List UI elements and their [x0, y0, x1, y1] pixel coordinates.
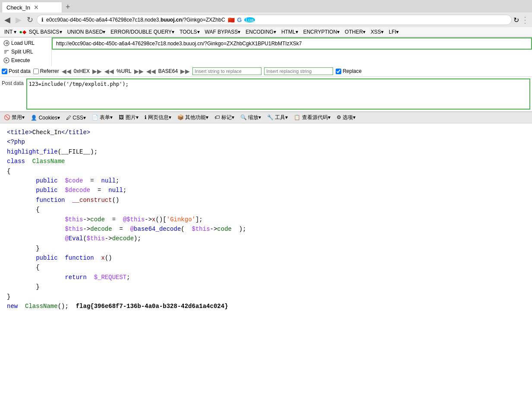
code-line-7: public $code = null; [7, 176, 525, 185]
ext-zoom-button[interactable]: 🔍 缩放▾ [238, 113, 263, 122]
code-line-15: } [7, 244, 525, 253]
referrer-text: Referrer [40, 68, 59, 74]
tb-waf-bypass[interactable]: WAF BYPASS▾ [202, 28, 243, 36]
nav-bar: ◀ ▶ ↻ ℹ e0cc90ac-d4bc-450c-a6a4-476298ce… [0, 13, 532, 27]
tab-close-button[interactable]: ✕ [34, 4, 39, 11]
tb-xss[interactable]: XSS▾ [368, 28, 386, 36]
code-line-4: class ClassName [7, 157, 525, 166]
code-line-20: return $_REQUEST; [7, 273, 525, 282]
replace-checkbox-label[interactable]: Replace [336, 68, 362, 74]
url-arrow-left: ◀◀ [104, 68, 114, 75]
execute-icon [3, 57, 9, 63]
code-line-24: new ClassName(); flag{396e68f7-136b-4a0a… [7, 302, 525, 311]
ext-mark-button[interactable]: 🏷 标记▾ [212, 113, 236, 122]
tb-encryption[interactable]: ENCRYPTION▾ [301, 28, 342, 36]
load-url-label: Load URL [11, 40, 35, 46]
flag-icon: 🇨🇳 [228, 17, 235, 23]
ext-tools-button[interactable]: 🔧 工具▾ [265, 113, 290, 122]
post-data-section: Post data 123=include('/tmp/exploit.php'… [0, 77, 532, 111]
execute-button[interactable]: Execute [2, 57, 50, 64]
tb-sql-basics[interactable]: SQL BASICS▾ [26, 28, 65, 36]
new-tab-button[interactable]: + [62, 2, 74, 13]
base64-label: BASE64 [158, 68, 178, 74]
code-line-1: <title>Check_In</title> [7, 128, 525, 137]
browser-tab[interactable]: Check_In ✕ [2, 2, 62, 13]
base64-arrow-right: ▶▶ [180, 68, 190, 75]
post-row: Post data Referrer ◀◀ 0xHEX ▶▶ ◀◀ %URL ▶… [0, 66, 532, 77]
tb-html[interactable]: HTML▾ [279, 28, 301, 36]
load-url-button[interactable]: Load URL [2, 39, 50, 47]
split-url-icon [3, 49, 9, 55]
ext-options-button[interactable]: ⚙ 选项▾ [334, 113, 358, 122]
g-icon: G [237, 16, 242, 23]
ext-toolbar: 🚫 禁用▾ 👤 Cookies▾ 🖊 CSS▾ 📄 表单▾ 🖼 图片▾ ℹ 网页… [0, 112, 532, 123]
split-url-button[interactable]: Split URL [2, 48, 50, 56]
hex-arrow-left: ◀◀ [62, 68, 71, 75]
code-line-2: <?php [7, 137, 525, 147]
ext-source-button[interactable]: 📋 查看源代码▾ [292, 113, 332, 122]
ext-cookies-button[interactable]: 👤 Cookies▾ [28, 114, 62, 122]
reload-button[interactable]: ↻ [25, 14, 35, 25]
hackbar: Load URL Split URL Execute Post data [0, 38, 532, 112]
code-line-23: } [7, 292, 525, 302]
tab-title: Check_In [6, 4, 30, 11]
tb-tools[interactable]: TOOLS▾ [177, 28, 202, 36]
code-line-9: function __construct() [7, 195, 525, 205]
referrer-checkbox[interactable] [33, 69, 39, 74]
post-data-text: Post data [9, 68, 31, 74]
tb-diamond: ◆ [22, 29, 26, 35]
code-line-17: public function x() [7, 253, 525, 263]
post-data-checkbox-label[interactable]: Post data [2, 68, 31, 74]
app-container: Check_In ✕ + ◀ ▶ ↻ ℹ e0cc90ac-d4bc-450c-… [0, 0, 532, 396]
tb-int[interactable]: INT ▾ [2, 28, 19, 36]
ext-disable-button[interactable]: 🚫 禁用▾ [2, 113, 27, 122]
svg-marker-2 [6, 59, 8, 62]
tb-other[interactable]: OTHER▾ [342, 28, 368, 36]
tb-union-based[interactable]: UNION BASED▾ [65, 28, 108, 36]
hackbar-top: Load URL Split URL Execute [0, 38, 532, 66]
tb-green-dot: ● [19, 29, 22, 35]
ext-pageinfo-button[interactable]: ℹ 网页信息▾ [142, 113, 173, 122]
back-button[interactable]: ◀ [3, 14, 12, 25]
code-line-12: $this->code = @$this->x()['Ginkgo']; [7, 215, 525, 224]
code-line-10: { [7, 205, 525, 214]
ext-forms-button[interactable]: 📄 表单▾ [90, 113, 115, 122]
code-line-22: } [7, 282, 525, 292]
plugin-toolbar: INT ▾ ● ◆ SQL BASICS▾ UNION BASED▾ ERROR… [0, 27, 532, 37]
post-data-checkbox[interactable] [2, 69, 7, 74]
url-bar: ℹ e0cc90ac-d4bc-450c-a6a4-476298ce7c18.n… [37, 15, 512, 25]
ext-misc-button[interactable]: 📦 其他功能▾ [175, 113, 211, 122]
load-url-icon [3, 40, 9, 46]
code-line-8: public $decode = null; [7, 185, 525, 195]
hackbar-left: Load URL Split URL Execute [0, 38, 52, 66]
code-line-3: highlight_file(__FILE__); [7, 147, 525, 157]
browser-chrome: Check_In ✕ + ◀ ▶ ↻ ℹ e0cc90ac-d4bc-450c-… [0, 0, 532, 38]
post-data-textarea[interactable]: 123=include('/tmp/exploit.php'); [26, 79, 530, 110]
url-encode-label: %URL [116, 68, 132, 74]
menu-button[interactable]: ⋮ [521, 15, 529, 25]
code-line-5: { [7, 167, 525, 176]
insert-replacing-input[interactable] [264, 67, 333, 75]
ext-images-button[interactable]: 🖼 图片▾ [116, 113, 140, 122]
url-favicon: ℹ [41, 17, 44, 23]
referrer-checkbox-label[interactable]: Referrer [33, 68, 59, 74]
forward-button[interactable]: ▶ [14, 14, 23, 25]
hackbar-url-container [52, 38, 532, 66]
post-data-section-label: Post data [2, 79, 24, 110]
insert-replace-input[interactable] [192, 67, 261, 75]
split-url-label: Split URL [11, 49, 33, 55]
lua-icon: Lua [244, 17, 255, 22]
code-line-13: $this->decode = @base64_decode( $this->c… [7, 224, 525, 234]
hackbar-url-input[interactable] [52, 38, 532, 50]
tab-bar: Check_In ✕ + [0, 0, 532, 13]
tb-encoding[interactable]: ENCODING▾ [243, 28, 279, 36]
url-domain: e0cc90ac-d4bc-450c-a6a4-476298ce7c18.nod… [46, 17, 225, 23]
url-arrow-right: ▶▶ [134, 68, 144, 75]
tb-lfi[interactable]: LFI▾ [386, 28, 401, 36]
ext-css-button[interactable]: 🖊 CSS▾ [64, 114, 88, 122]
hex-label: 0xHEX [74, 68, 90, 74]
replace-checkbox[interactable] [336, 69, 341, 74]
base64-arrow-left: ◀◀ [146, 68, 156, 75]
tb-error-double[interactable]: ERROR/DOUBLE QUERY▾ [108, 28, 177, 36]
refresh-button[interactable]: ↻ [513, 16, 519, 24]
